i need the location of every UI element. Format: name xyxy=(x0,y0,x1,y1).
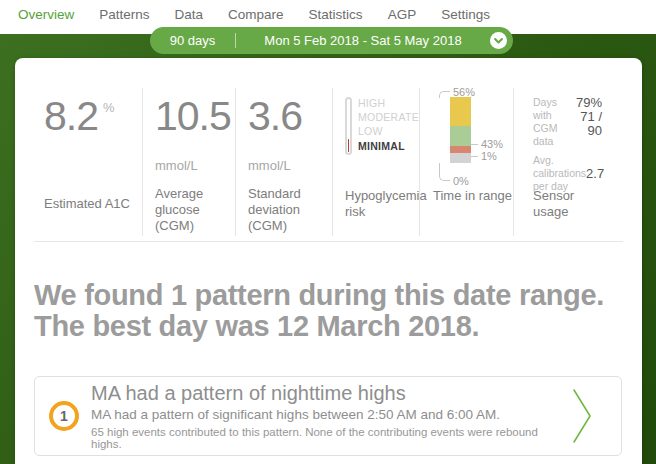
std-dev-unit: mmol/L xyxy=(248,158,332,174)
calibrations-value: 2.7 xyxy=(586,166,604,181)
cgm-days-values: 79% 71 / 90 xyxy=(574,96,602,148)
a1c-unit: % xyxy=(103,100,115,115)
nav-item-patterns[interactable]: Patterns xyxy=(99,7,149,34)
stat-time-in-range: 56% 43% 1% 0% Time xyxy=(419,88,513,236)
cgm-overview-screen: Overview Patterns Data Compare Statistic… xyxy=(0,0,656,464)
cgm-days-percent: 79% xyxy=(574,96,602,110)
pattern-detail: 65 high events contributed to this patte… xyxy=(91,426,561,450)
risk-level-moderate: MODERATE xyxy=(358,110,419,124)
thermometer-icon xyxy=(345,97,352,155)
pattern-number-badge: 1 xyxy=(49,401,79,431)
risk-level-low: LOW xyxy=(358,124,419,138)
tir-tick-1: 1% xyxy=(481,150,497,162)
sensor-usage-details: Days with CGM data 79% 71 / 90 Avg. cali… xyxy=(533,96,602,188)
stats-bottom-divider xyxy=(34,241,623,242)
pattern-title: MA had a pattern of nighttime highs xyxy=(91,382,561,404)
tir-seg-no-data xyxy=(450,153,471,163)
tir-dash-1 xyxy=(471,156,478,157)
tir-tick-43: 43% xyxy=(481,138,503,150)
thermometer-fill xyxy=(348,139,349,152)
a1c-value: 8.2% xyxy=(44,98,142,144)
headline-line-2: The best day was 12 March 2018. xyxy=(34,311,622,342)
tir-seg-above-range xyxy=(450,97,471,126)
tir-seg-low xyxy=(450,146,471,153)
hypoglycemia-label: Hypoglycemia risk xyxy=(345,188,419,220)
tir-seg-in-range xyxy=(450,126,471,146)
date-range-selector[interactable]: 90 days Mon 5 Feb 2018 - Sat 5 May 2018 xyxy=(150,27,513,54)
stat-sensor-usage: Days with CGM data 79% 71 / 90 Avg. cali… xyxy=(513,88,642,236)
tir-dash-43 xyxy=(471,144,478,145)
risk-level-minimal: MINIMAL xyxy=(358,139,419,153)
a1c-number: 8.2 xyxy=(44,93,98,139)
hypoglycemia-thermometer: HIGH MODERATE LOW MINIMAL xyxy=(345,96,419,188)
tir-callout-top xyxy=(439,91,450,98)
content-panel: 8.2% Estimated A1C 10.5 mmol/L Average g… xyxy=(15,58,642,464)
page-background: 8.2% Estimated A1C 10.5 mmol/L Average g… xyxy=(0,34,656,464)
sensor-usage-row-calibrations: Avg. calibrations per day 2.7 xyxy=(533,154,602,193)
stat-average-glucose: 10.5 mmol/L Average glucose (CGM) xyxy=(142,88,235,236)
stat-standard-deviation: 3.6 mmol/L Standard deviation (CGM) xyxy=(235,88,332,236)
headline-line-1: We found 1 pattern during this date rang… xyxy=(34,280,622,311)
std-dev-label: Standard deviation (CGM) xyxy=(248,186,332,234)
tir-tick-0: 0% xyxy=(453,175,469,187)
pattern-subtitle: MA had a pattern of significant highs be… xyxy=(91,407,561,422)
calibrations-label: Avg. calibrations per day xyxy=(533,154,586,193)
time-in-range-label: Time in range xyxy=(420,188,513,204)
sensor-usage-row-cgm-days: Days with CGM data 79% 71 / 90 xyxy=(533,96,602,148)
summary-stats-row: 8.2% Estimated A1C 10.5 mmol/L Average g… xyxy=(15,58,642,236)
pattern-text: MA had a pattern of nighttime highs MA h… xyxy=(91,382,561,450)
pattern-card[interactable]: 1 MA had a pattern of nighttime highs MA… xyxy=(34,376,622,456)
pattern-headline: We found 1 pattern during this date rang… xyxy=(34,280,622,342)
date-range-duration: 90 days xyxy=(150,33,235,48)
risk-level-high: HIGH xyxy=(358,96,419,110)
avg-glucose-value: 10.5 xyxy=(155,98,235,134)
tir-callout-bottom xyxy=(439,163,450,181)
cgm-days-label: Days with CGM data xyxy=(533,96,574,148)
avg-glucose-label: Average glucose (CGM) xyxy=(155,186,235,234)
tir-bar xyxy=(450,97,471,163)
std-dev-value: 3.6 xyxy=(248,98,332,134)
date-range-text: Mon 5 Feb 2018 - Sat 5 May 2018 xyxy=(236,33,490,48)
time-in-range-chart: 56% 43% 1% 0% xyxy=(420,96,513,188)
stat-estimated-a1c: 8.2% Estimated A1C xyxy=(15,88,142,236)
risk-levels: HIGH MODERATE LOW MINIMAL xyxy=(358,96,419,188)
stat-hypoglycemia-risk: HIGH MODERATE LOW MINIMAL Hypoglycemia r… xyxy=(332,88,419,236)
a1c-unit-spacer xyxy=(44,168,142,184)
cgm-days-count: 71 / 90 xyxy=(574,110,602,138)
avg-glucose-unit: mmol/L xyxy=(155,158,235,174)
chevron-down-icon[interactable] xyxy=(490,32,507,49)
chevron-right-icon[interactable] xyxy=(571,387,593,445)
a1c-label: Estimated A1C xyxy=(44,196,142,212)
nav-item-overview[interactable]: Overview xyxy=(18,7,74,34)
